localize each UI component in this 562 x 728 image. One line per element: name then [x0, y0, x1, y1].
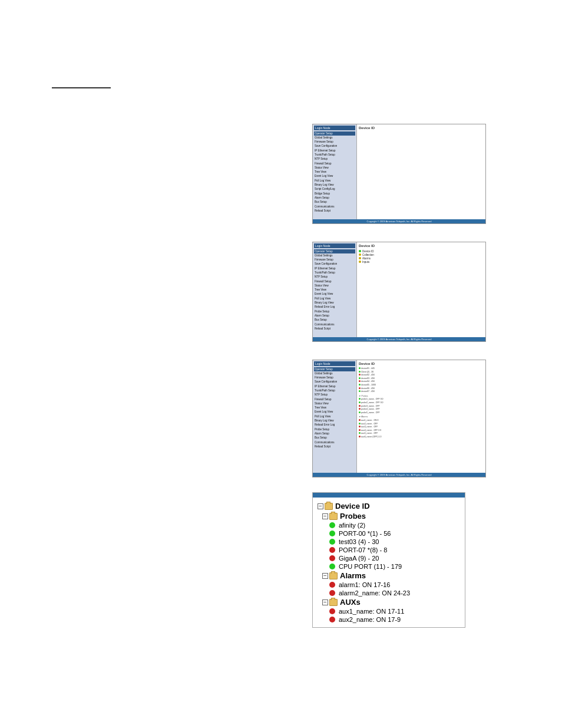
probe-item-port00[interactable]: PORT-00 *(1) - 56 — [329, 529, 460, 538]
thumb1-sidebar-item-firewall: Firewall Setup — [314, 162, 355, 166]
thumb1-sidebar-item-ntp: NTP Setup — [314, 157, 355, 162]
probe-gigaa-label: GigaA (9) - 20 — [339, 555, 379, 562]
thumb1-sidebar-item-reload: Reload Script — [314, 209, 355, 213]
thumb3-sidebar-item-probe: Probe Setup — [314, 427, 355, 431]
thumb2-footer: Copyright © 2009 American Telepath, Inc.… — [313, 337, 485, 341]
thumb3-sidebar-item-ip: IP Ethernet Setup — [314, 384, 355, 388]
thumb3-sidebar-item-firewall: Firewall Setup — [314, 397, 355, 401]
probe-item-port07[interactable]: PORT-07 *(8) - 8 — [329, 546, 460, 554]
thumb1-sidebar-item-operator: Operator Setup — [314, 131, 355, 136]
thumb3-sidebar-item-ntp: NTP Setup — [314, 393, 355, 397]
tree-auxs-root[interactable]: − AUXs — [322, 597, 460, 607]
thumb2-sidebar-item-global: Global Settings — [314, 253, 355, 258]
thumb2-sidebar-item-firmware: Firmware Setup — [314, 258, 355, 262]
screenshot-thumb-1: Login Node Operator Setup Global Setting… — [312, 124, 486, 224]
thumb1-sidebar-item-poll: Poll Log View — [314, 179, 355, 183]
thumb1-content-title: Device ID — [359, 126, 484, 130]
thumb1-sidebar-item-status: Status View — [314, 166, 355, 170]
collapse-auxs[interactable]: − — [322, 599, 328, 605]
thumb3-sidebar-item-binary: Binary Log View — [314, 419, 355, 423]
device-id-label: Device ID — [335, 502, 370, 510]
thumb2-sidebar-item-comm: Communications — [314, 322, 355, 327]
collapse-probes[interactable]: − — [322, 513, 328, 519]
thumb1-sidebar-item-global: Global Settings — [314, 136, 355, 140]
thumb2-sidebar: Login Node Operator Setup Global Setting… — [313, 242, 357, 341]
thumb2-tree-inputs: Inputs — [359, 260, 484, 263]
thumb3-sidebar: Login Node Operator Setup Global Setting… — [313, 360, 357, 477]
alarm-item-alarm2[interactable]: alarm2_name: ON 24-23 — [329, 589, 460, 597]
thumb3-sidebar-item-status: Status View — [314, 401, 355, 406]
thumb3-sidebar-item-bus: Bus Setup — [314, 436, 355, 440]
probe-gigaa-status-icon — [329, 555, 335, 561]
probe-item-test03[interactable]: test03 (4) - 30 — [329, 538, 460, 546]
alarm1-label: alarm1: ON 17-16 — [339, 581, 390, 588]
thumb1-sidebar: Login Node Operator Setup Global Setting… — [313, 124, 357, 223]
thumb3-sidebar-item-reloaderr: Reload Error Log — [314, 423, 355, 427]
thumb2-sidebar-item-binary: Binary Log View — [314, 301, 355, 305]
main-panel-body: − Device ID − Probes afinity (2) PORT-00… — [313, 498, 465, 627]
thumb2-sidebar-item-save: Save Configuration — [314, 262, 355, 266]
thumb2-sidebar-item-alarm: Alarm Setup — [314, 314, 355, 318]
thumb2-sidebar-item-poll: Poll Log View — [314, 297, 355, 301]
aux1-label: aux1_name: ON 17-11 — [339, 608, 404, 615]
thumb1-sidebar-item-binary: Binary Log View — [314, 183, 355, 187]
tree-alarms-root[interactable]: − Alarms — [322, 571, 460, 581]
thumb1-sidebar-item-bridge: Bridge Setup — [314, 192, 355, 196]
auxs-label: AUXs — [340, 598, 361, 607]
alarm-item-alarm1[interactable]: alarm1: ON 17-16 — [329, 581, 460, 589]
probe-afinity-label: afinity (2) — [339, 522, 365, 529]
thumb2-sidebar-item-event: Event Log View — [314, 292, 355, 297]
thumb3-footer: Copyright © 2009 American Telepath, Inc.… — [313, 473, 485, 477]
thumb1-sidebar-item-trunk: Trunk/Path Setup — [314, 153, 355, 157]
aux-item-aux1[interactable]: aux1_name: ON 17-11 — [329, 607, 460, 615]
tree-probes-root[interactable]: − Probes — [322, 511, 460, 521]
screenshot-thumb-2: Login Node Operator Setup Global Setting… — [312, 242, 486, 342]
aux-item-aux2[interactable]: aux2_name: ON 17-9 — [329, 615, 460, 624]
device-id-folder-icon — [325, 503, 333, 510]
thumb2-sidebar-item-status: Status View — [314, 284, 355, 288]
probe-cpuport-label: CPU PORT (11) - 179 — [339, 563, 402, 570]
thumb2-sidebar-item-operator: Operator Setup — [314, 249, 355, 253]
thumb1-sidebar-item-firmware: Firmware Setup — [314, 140, 355, 144]
thumb1-sidebar-item-alarm: Alarm Setup — [314, 196, 355, 200]
thumb1-sidebar-item-comm: Communications — [314, 205, 355, 209]
probe-port00-label: PORT-00 *(1) - 56 — [339, 530, 391, 537]
thumb3-sidebar-item-firmware: Firmware Setup — [314, 376, 355, 380]
probe-item-afinity[interactable]: afinity (2) — [329, 521, 460, 529]
screenshot-thumb-3: Login Node Operator Setup Global Setting… — [312, 360, 486, 477]
thumb1-sidebar-item-bus: Bus Setup — [314, 200, 355, 205]
thumb3-sidebar-item-reload: Reload Script — [314, 444, 355, 449]
thumb3-sidebar-item-operator: Operator Setup — [314, 367, 355, 371]
probe-item-cpuport[interactable]: CPU PORT (11) - 179 — [329, 562, 460, 571]
main-panel: − Device ID − Probes afinity (2) PORT-00… — [312, 492, 465, 628]
probes-folder-icon — [329, 513, 338, 520]
thumb3-sidebar-item-trunk: Trunk/Path Setup — [314, 388, 355, 393]
thumb2-sidebar-item-reload: Reload Script — [314, 327, 355, 331]
thumb3-sidebar-item-poll: Poll Log View — [314, 414, 355, 419]
thumb3-sidebar-item-global: Global Settings — [314, 371, 355, 375]
thumb1-sidebar-item-save: Save Configuration — [314, 144, 355, 149]
thumb3-sidebar-item-alarm: Alarm Setup — [314, 431, 355, 436]
alarms-label: Alarms — [340, 571, 366, 580]
probe-afinity-status-icon — [329, 522, 335, 528]
thumb2-sidebar-item-ip: IP Ethernet Setup — [314, 266, 355, 271]
probe-port07-label: PORT-07 *(8) - 8 — [339, 546, 387, 554]
thumb3-sidebar-item-save: Save Configuration — [314, 380, 355, 384]
thumb3-content-title: Device ID — [359, 362, 484, 365]
collapse-alarms[interactable]: − — [322, 573, 328, 579]
tree-device-id-root[interactable]: − Device ID — [318, 501, 460, 511]
thumb1-content: Device ID — [357, 124, 485, 223]
probe-port07-status-icon — [329, 547, 335, 553]
thumb2-sidebar-item-bus: Bus Setup — [314, 318, 355, 322]
thumb2-content-title: Device ID — [359, 244, 484, 248]
probe-test03-label: test03 (4) - 30 — [339, 538, 379, 545]
thumb3-sidebar-item-tree: Tree View — [314, 406, 355, 410]
thumb2-sidebar-header: Login Node — [314, 243, 355, 248]
probe-item-gigaa[interactable]: GigaA (9) - 20 — [329, 554, 460, 562]
thumb1-sidebar-header: Login Node — [314, 126, 355, 130]
thumb2-sidebar-item-ntp: NTP Setup — [314, 275, 355, 279]
probe-cpuport-status-icon — [329, 564, 335, 569]
collapse-device-id[interactable]: − — [318, 503, 323, 509]
thumb3-sidebar-header: Login Node — [314, 361, 355, 366]
thumb3-sidebar-item-comm: Communications — [314, 440, 355, 444]
